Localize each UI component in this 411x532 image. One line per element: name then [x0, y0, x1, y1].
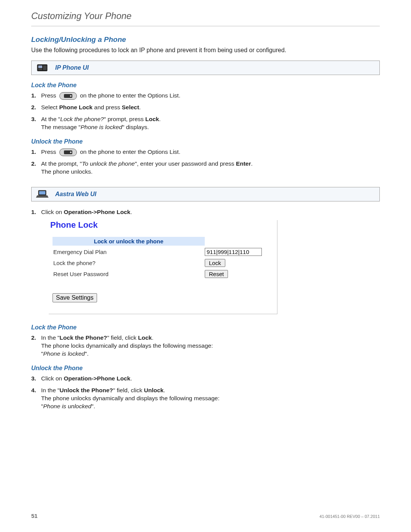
- text: on the phone to enter the Options List.: [80, 92, 180, 99]
- subtitle-lock-phone-ui: Lock the Phone: [31, 82, 380, 89]
- bold: Lock the Phone?: [60, 334, 107, 341]
- bold: Operation->Phone Lock: [64, 209, 130, 215]
- text: Select: [41, 104, 59, 110]
- step-number: 1.: [31, 208, 39, 216]
- bold: Lock: [145, 116, 159, 122]
- text: .: [251, 160, 253, 167]
- step-4: 4. In the "Unlock the Phone?" field, cli…: [31, 387, 380, 411]
- text: .: [131, 209, 132, 215]
- label-reset-user-password: Reset User Password: [53, 271, 205, 277]
- subtitle-lock-phone-web: Lock the Phone: [31, 324, 380, 331]
- callout-web-title: Aastra Web UI: [55, 191, 96, 198]
- bold: Lock: [138, 334, 152, 341]
- step-3: 3. Click on Operation->Phone Lock.: [31, 375, 380, 383]
- bold: Unlock: [144, 387, 164, 393]
- text: The message ": [41, 124, 81, 130]
- save-settings-button[interactable]: Save Settings: [53, 293, 97, 302]
- laptop-icon: [35, 189, 49, 200]
- section-title: Locking/Unlocking a Phone: [31, 35, 380, 44]
- page-footer: 51 41-001451-00 REV00 – 07.2011: [31, 513, 380, 519]
- italic: Phone is locked: [43, 350, 85, 357]
- lock-button[interactable]: Lock: [205, 259, 225, 267]
- step-number: 3.: [31, 115, 39, 131]
- steps-unlock-phone-web: 3. Click on Operation->Phone Lock. 4. In…: [31, 375, 380, 411]
- webui-section-header: Lock or unlock the phone: [53, 237, 205, 246]
- svg-rect-1: [38, 66, 43, 68]
- text: The phone unlocks dynamically and displa…: [41, 395, 220, 401]
- text: " field, click: [113, 387, 144, 393]
- bold: Phone Lock: [59, 104, 92, 110]
- horizontal-rule: [31, 26, 380, 26]
- subtitle-unlock-phone-ui: Unlock the Phone: [31, 138, 380, 145]
- step-body: Click on Operation->Phone Lock.: [41, 208, 380, 216]
- text: ".: [91, 403, 95, 409]
- text: .: [131, 375, 132, 382]
- step-number: 1.: [31, 92, 39, 100]
- italic: Phone is locked: [81, 124, 122, 130]
- text: Click on: [41, 209, 64, 215]
- italic: To unlock the phone: [82, 160, 135, 167]
- input-emergency-dial-plan[interactable]: [205, 248, 262, 256]
- step-body: Select Phone Lock and press Select.: [41, 104, 380, 112]
- step-body: Press on the phone to enter the Options …: [41, 148, 380, 156]
- step-body: In the "Unlock the Phone?" field, click …: [41, 387, 380, 411]
- step-2: 2. In the "Lock the Phone?" field, click…: [31, 334, 380, 358]
- svg-rect-3: [38, 69, 43, 70]
- steps-lock-phone-web: 2. In the "Lock the Phone?" field, click…: [31, 334, 380, 358]
- bold: Select: [122, 104, 139, 110]
- step-number: 2.: [31, 160, 39, 176]
- step-2: 2. At the prompt, "To unlock the phone",…: [31, 160, 380, 176]
- steps-unlock-phone-ui: 1. Press on the phone to enter the Optio…: [31, 148, 380, 176]
- text: .: [152, 334, 153, 341]
- text: Press: [41, 92, 56, 99]
- svg-rect-11: [39, 191, 46, 195]
- webui-title: Phone Lock: [50, 220, 277, 230]
- italic: Phone is unlocked: [43, 403, 92, 409]
- text: and press: [92, 104, 122, 110]
- text: .: [139, 104, 141, 110]
- text: In the ": [41, 334, 60, 341]
- text: ", enter your user password and press: [135, 160, 236, 167]
- text: In the ": [41, 387, 60, 393]
- step-1: 1. Click on Operation->Phone Lock.: [31, 208, 380, 216]
- options-key-icon: [59, 92, 77, 100]
- bold: Enter: [236, 160, 251, 167]
- bold: Operation->Phone Lock: [64, 375, 130, 382]
- chapter-title: Customizing Your Phone: [31, 11, 380, 21]
- step-number: 3.: [31, 375, 39, 383]
- step-1: 1. Press on the phone to enter the Optio…: [31, 92, 380, 100]
- svg-marker-12: [36, 195, 49, 198]
- text: " prompt, press: [104, 116, 145, 122]
- text: At the ": [41, 116, 60, 122]
- steps-lock-phone-ui: 1. Press on the phone to enter the Optio…: [31, 92, 380, 131]
- step-body: At the "Lock the phone?" prompt, press L…: [41, 115, 380, 131]
- step-body: At the prompt, "To unlock the phone", en…: [41, 160, 380, 176]
- options-key-icon: [59, 149, 77, 156]
- step-1: 1. Press on the phone to enter the Optio…: [31, 148, 380, 156]
- reset-button[interactable]: Reset: [205, 270, 228, 278]
- text: At the prompt, ": [41, 160, 82, 167]
- text: .: [159, 116, 161, 122]
- step-body: In the "Lock the Phone?" field, click Lo…: [41, 334, 380, 358]
- page: Customizing Your Phone Locking/Unlocking…: [0, 0, 411, 532]
- svg-point-6: [70, 95, 72, 97]
- webui-grid: Emergency Dial Plan Lock the phone? Lock…: [53, 248, 273, 278]
- steps-web-1: 1. Click on Operation->Phone Lock.: [31, 208, 380, 216]
- label-emergency-dial-plan: Emergency Dial Plan: [53, 249, 205, 255]
- text: " field, click: [107, 334, 138, 341]
- step-2: 2. Select Phone Lock and press Select.: [31, 104, 380, 112]
- subtitle-unlock-phone-web: Unlock the Phone: [31, 365, 380, 372]
- text: on the phone to enter the Options List.: [80, 149, 180, 155]
- italic: Lock the phone?: [60, 116, 104, 122]
- step-number: 2.: [31, 104, 39, 112]
- text: .: [164, 387, 165, 393]
- text: The phone locks dynamically and displays…: [41, 342, 213, 349]
- webui-panel: Phone Lock Lock or unlock the phone Emer…: [49, 220, 277, 314]
- step-body: Press on the phone to enter the Options …: [41, 92, 380, 100]
- step-3: 3. At the "Lock the phone?" prompt, pres…: [31, 115, 380, 131]
- bold: Unlock the Phone?: [60, 387, 113, 393]
- text: ".: [85, 350, 89, 357]
- step-body: Click on Operation->Phone Lock.: [41, 375, 380, 383]
- phone-icon: [35, 62, 49, 73]
- svg-point-9: [70, 151, 72, 153]
